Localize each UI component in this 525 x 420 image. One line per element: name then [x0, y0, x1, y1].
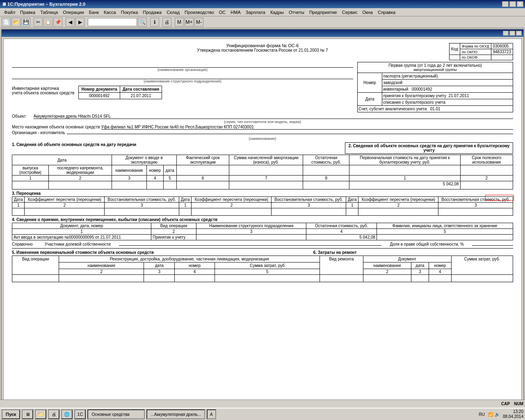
s1-srok-header: Срок полезного использования	[460, 155, 513, 165]
search-input[interactable]	[88, 18, 137, 26]
kod-table: Код Форма по ОКУД 0306005 по ОКПО 948337…	[449, 43, 513, 60]
inner-close[interactable]: ✕	[516, 31, 522, 36]
back-button[interactable]: ◀	[66, 18, 75, 27]
amort-group-label: Первая группа (от 1 года до 2 лет включи…	[358, 63, 512, 68]
minimize-button[interactable]: _	[502, 1, 509, 7]
passport-inv-label: инвентарный	[383, 87, 408, 91]
open-button[interactable]: 📂	[11, 18, 21, 27]
s3-voss1: Восстановительная стоимость, руб.	[105, 197, 179, 203]
okof-value	[491, 55, 513, 60]
menu-kassa[interactable]: Касса	[101, 9, 119, 16]
menu-warehouse[interactable]: Склад	[164, 9, 182, 16]
time: 13:20	[503, 409, 523, 414]
s3-koeff1: Коэффициент пересчета (переоценки)	[25, 197, 105, 203]
date-accept-label: принятия к бухгалтерскому учету	[383, 94, 446, 98]
s1-ost-header: Остаточная стоимость, руб.	[303, 155, 349, 165]
s1-data: дата	[163, 165, 176, 176]
cut-button[interactable]: ✂	[34, 18, 43, 27]
window-icon: 🖥	[2, 2, 6, 7]
location-label: Место нахождения объекта основных средст…	[12, 125, 100, 129]
menu-salary[interactable]: Зарплата	[243, 9, 268, 16]
doc-number-header: Номер документа	[79, 86, 120, 93]
menu-edit[interactable]: Правка	[18, 9, 38, 16]
new-button[interactable]: 📄	[2, 18, 11, 27]
taskbar-icon1[interactable]: 🖥	[22, 409, 33, 417]
mplus-button[interactable]: M+	[185, 18, 194, 27]
s4-vid: Вид операции	[151, 223, 196, 229]
menu-enterprise[interactable]: Предприятие	[307, 9, 340, 16]
naim-label: (наименование)	[12, 137, 513, 141]
start-button[interactable]: Пуск	[2, 409, 20, 417]
menu-windows[interactable]: Окна	[360, 9, 375, 16]
paste-button[interactable]: 📌	[53, 18, 62, 27]
struct-label: (наименование структурного подразделения…	[12, 79, 353, 83]
cap-indicator: CAP	[501, 402, 510, 406]
s1-vypusk: выпуска (постройки)	[12, 165, 49, 176]
maximize-button[interactable]: □	[509, 1, 516, 7]
menu-file[interactable]: Файл	[2, 9, 18, 16]
dolev-right-label: Доля в праве общей собственности, %	[390, 242, 464, 247]
s6-date: дата	[411, 262, 429, 269]
s5-summa: Сумма затрат, руб	[215, 262, 320, 269]
inner-controls: _ □ ✕	[503, 31, 522, 36]
schet-value: 01.01	[430, 107, 441, 111]
okud-label: Форма по ОКУД	[460, 43, 491, 49]
menu-reports[interactable]: Отчеты	[286, 9, 307, 16]
form-header-line1: Унифицированная форма № ОС-6	[137, 43, 388, 48]
mminus-button[interactable]: M-	[194, 18, 203, 27]
m-button[interactable]: M	[175, 18, 184, 27]
taskbar-item-2[interactable]: ...Аккумуляторная дрель...	[146, 409, 205, 417]
menu-nma[interactable]: НМА	[228, 9, 243, 16]
taskbar-icon2[interactable]: 📁	[35, 409, 46, 417]
lang-indicator: RU	[479, 412, 484, 417]
menu-table[interactable]: Таблица	[38, 9, 60, 16]
section4-title: 4. Сведения о приемке, внутренних переме…	[12, 217, 513, 222]
menu-bar: Файл Правка Таблица Операции Банк Касса …	[0, 8, 525, 16]
menu-sell[interactable]: Продажа	[140, 9, 164, 16]
menu-os[interactable]: ОС	[217, 9, 228, 16]
s1-num9: 1	[349, 176, 460, 181]
title-controls: _ □ ✕	[502, 1, 523, 7]
copy-button[interactable]: 📋	[43, 18, 52, 27]
forward-button[interactable]: ▶	[75, 18, 84, 27]
taskbar-item-3[interactable]: А	[207, 409, 216, 417]
s6-naim: наименование	[363, 262, 411, 269]
menu-hr[interactable]: Кадры	[268, 9, 286, 16]
section1-table: Дата Документ о вводе в эксплуатацию Фак…	[12, 155, 513, 189]
s1-value: 5 042,08	[349, 181, 460, 189]
save-button[interactable]: 💾	[21, 18, 30, 27]
taskbar: Пуск 🖥 📁 🖨 🌐 1С Основные средства ...Акк…	[0, 408, 525, 417]
card-title: Инвентарная карточка	[12, 86, 74, 91]
s5-vid-h: Вид операции	[12, 256, 59, 275]
s4-dok: Документ, дата, номер	[12, 223, 151, 229]
info-button[interactable]: ℹ	[150, 18, 159, 27]
taskbar-item-1[interactable]: Основные средства	[87, 409, 145, 417]
menu-service[interactable]: Сервис	[340, 9, 360, 16]
s5-doc-date: дата	[144, 262, 175, 269]
spravochno-label: Справочно	[12, 242, 37, 247]
menu-production[interactable]: Производство	[182, 9, 217, 16]
object-value: Аккумуляторная дрель Hitachi DS14 SFL	[34, 114, 513, 119]
inner-minimize[interactable]: _	[503, 31, 509, 36]
menu-buy[interactable]: Покупка	[119, 9, 141, 16]
taskbar-icon3[interactable]: 🖨	[48, 409, 59, 417]
taskbar-icon4[interactable]: 🌐	[61, 409, 73, 417]
inner-maximize[interactable]: □	[509, 31, 515, 36]
menu-ops[interactable]: Операции	[60, 9, 86, 16]
s3-voss2: Восстановительная стоимость, руб.	[272, 197, 346, 203]
s1-doc-header: Документ о вводе в эксплуатацию	[112, 155, 176, 165]
num-indicator: NUM	[514, 402, 523, 406]
s4-naim: Наименование структурного подразделения	[196, 223, 306, 229]
s1-num10: 2	[460, 176, 513, 181]
s1-num3: 3	[112, 176, 146, 181]
status-section: CAP NUM	[0, 399, 525, 408]
taskbar-app-icon[interactable]: 1С	[74, 409, 86, 417]
doc-number-value: 000001492	[79, 93, 120, 99]
print-button[interactable]: 🖨	[162, 18, 171, 27]
menu-help[interactable]: Справка	[375, 9, 398, 16]
search-button[interactable]: 🔍	[138, 18, 147, 27]
close-button[interactable]: ✕	[517, 1, 523, 7]
window-title: 1С:Предприятие – Бухгалтерия 2.0	[7, 2, 85, 7]
menu-bank[interactable]: Банк	[87, 9, 101, 16]
s1-amort-header: Сумма начисленной амортизации (износа), …	[229, 155, 303, 165]
